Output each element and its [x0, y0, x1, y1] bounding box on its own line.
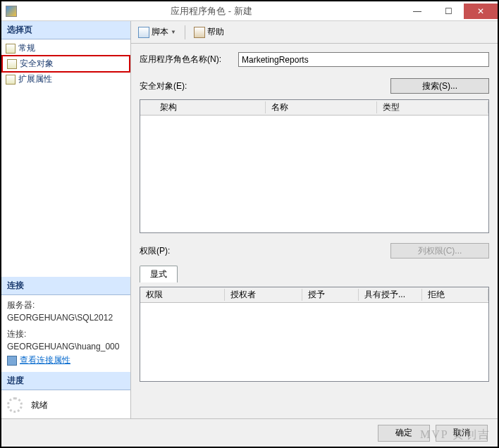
sidebar-item-label: 扩展属性 [18, 73, 52, 85]
role-name-input[interactable] [238, 52, 489, 67]
progress-header: 进度 [1, 372, 130, 390]
grid-header: 架构 名称 类型 [140, 100, 488, 116]
titlebar: 应用程序角色 - 新建 — ☐ ✕ [1, 1, 498, 21]
permissions-grid[interactable]: 权限 授权者 授予 具有授予... 拒绝 [140, 287, 489, 382]
sidebar-item-securables[interactable]: 安全对象 [1, 55, 130, 73]
col-type[interactable]: 类型 [377, 101, 488, 113]
minimize-button[interactable]: — [402, 4, 433, 19]
window-controls: — ☐ ✕ [402, 4, 498, 19]
tab-explicit[interactable]: 显式 [140, 266, 178, 282]
properties-icon [7, 356, 17, 366]
main-panel: 脚本 ▼ 帮助 应用程序角色名称(N): 安全对象(E): 搜索(S)... [131, 21, 498, 418]
sidebar: 选择页 常规 安全对象 扩展属性 连接 服务器: GEORGE [1, 21, 131, 418]
select-page-header: 选择页 [1, 21, 130, 39]
col-permission[interactable]: 权限 [140, 289, 225, 301]
chevron-down-icon: ▼ [171, 29, 176, 35]
col-schema[interactable]: 架构 [154, 101, 266, 113]
securables-label: 安全对象(E): [140, 80, 383, 92]
connection-block: 服务器: GEORGEHUANG\SQL2012 连接: GEORGEHUANG… [1, 295, 130, 372]
page-list: 常规 安全对象 扩展属性 [1, 39, 130, 88]
toolbar-separator [185, 25, 185, 39]
server-label: 服务器: [7, 299, 125, 311]
sidebar-item-label: 安全对象 [20, 58, 54, 70]
permissions-row: 权限(P): 列权限(C)... [140, 243, 489, 259]
sidebar-item-label: 常规 [18, 42, 35, 54]
help-label: 帮助 [207, 26, 224, 38]
col-with-grant[interactable]: 具有授予... [359, 289, 422, 301]
help-button[interactable]: 帮助 [191, 25, 227, 39]
role-name-label: 应用程序角色名称(N): [140, 54, 231, 66]
progress-status: 就绪 [31, 399, 48, 411]
help-icon [194, 27, 205, 38]
dialog-footer: 确定 取消 MVP 黄钊吉 [1, 418, 498, 447]
script-button[interactable]: 脚本 ▼ [135, 25, 179, 39]
connection-header: 连接 [1, 277, 130, 295]
search-button[interactable]: 搜索(S)... [390, 78, 489, 94]
col-deny[interactable]: 拒绝 [422, 289, 488, 301]
content-area: 应用程序角色名称(N): 安全对象(E): 搜索(S)... 架构 名称 类型 [131, 44, 498, 418]
connection-label: 连接: [7, 328, 125, 340]
sidebar-item-general[interactable]: 常规 [1, 41, 130, 56]
window-title: 应用程序角色 - 新建 [21, 5, 402, 18]
dialog-body: 选择页 常规 安全对象 扩展属性 连接 服务器: GEORGE [1, 21, 498, 418]
page-icon [7, 59, 17, 69]
permissions-tabs: 显式 [140, 266, 489, 282]
link-label: 查看连接属性 [20, 354, 70, 366]
grid-body [140, 116, 488, 232]
toolbar: 脚本 ▼ 帮助 [131, 21, 498, 44]
col-name[interactable]: 名称 [266, 101, 377, 113]
connection-value: GEORGEHUANG\huang_000 [7, 342, 125, 351]
col-grantor[interactable]: 授权者 [225, 289, 302, 301]
script-icon [138, 27, 149, 38]
close-button[interactable]: ✕ [464, 4, 498, 19]
dialog-window: 应用程序角色 - 新建 — ☐ ✕ 选择页 常规 安全对象 扩展属性 [0, 0, 499, 448]
app-icon [6, 6, 17, 17]
spinner-icon [7, 397, 23, 413]
script-label: 脚本 [152, 26, 168, 38]
column-permissions-button: 列权限(C)... [390, 243, 489, 259]
permissions-label: 权限(P): [140, 245, 383, 257]
page-icon [6, 44, 16, 54]
perm-grid-header: 权限 授权者 授予 具有授予... 拒绝 [140, 287, 488, 303]
maximize-button[interactable]: ☐ [433, 4, 464, 19]
page-icon [6, 75, 16, 85]
server-value: GEORGEHUANG\SQL2012 [7, 313, 125, 323]
progress-block: 就绪 [1, 390, 130, 418]
view-connection-props-link[interactable]: 查看连接属性 [7, 354, 125, 366]
role-name-row: 应用程序角色名称(N): [140, 52, 489, 67]
sidebar-item-extended-props[interactable]: 扩展属性 [1, 72, 130, 87]
securables-row: 安全对象(E): 搜索(S)... [140, 78, 489, 94]
ok-button[interactable]: 确定 [378, 425, 430, 442]
cancel-button[interactable]: 取消 [436, 425, 488, 442]
securables-grid[interactable]: 架构 名称 类型 [140, 99, 489, 233]
col-grant[interactable]: 授予 [302, 289, 359, 301]
